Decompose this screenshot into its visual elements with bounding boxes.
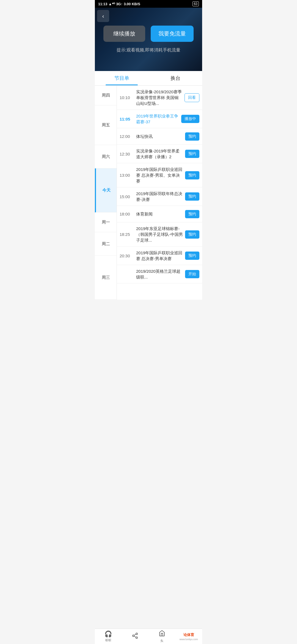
reserve-button[interactable]: 预约 xyxy=(185,230,199,239)
day-column: 周四 周五 周六 今天 周一 周二 周三 xyxy=(95,86,117,300)
program-title: 2019年东亚足球锦标赛-（韩国男子足球队-中国男子足球... xyxy=(134,226,185,243)
tab-schedule[interactable]: 节目单 xyxy=(95,71,148,85)
open-button[interactable]: 开始 xyxy=(185,270,199,278)
program-title: 实况录像-2019年世界柔道大师赛（录播）2 xyxy=(134,148,185,160)
program-title: 2019/2020英格兰足球超级联... xyxy=(134,268,185,280)
time: 11:13 xyxy=(98,2,107,6)
program-time: 15:00 xyxy=(120,194,134,199)
tab-bar: 节目单 换台 xyxy=(95,71,202,86)
program-title: 2019年国际乒联职业巡回赛 总决赛-男双、女单决赛 xyxy=(134,167,185,184)
speed: 3.00 KB/S xyxy=(124,2,140,6)
reserve-button[interactable]: 预约 xyxy=(185,252,199,260)
reserve-button[interactable]: 预约 xyxy=(185,192,199,201)
day-cell-wed: 周三 xyxy=(95,256,117,300)
day-cell-today: 今天 xyxy=(95,168,117,212)
day-cell-fri: 周五 xyxy=(95,105,117,145)
program-row: 10:10 实况录像-2019/2020赛季单板滑雪世界杯 美国铜山站U型场..… xyxy=(117,86,202,110)
reserve-button[interactable]: 预约 xyxy=(185,150,199,158)
program-time: 12:30 xyxy=(120,152,134,156)
day-cell-mon: 周一 xyxy=(95,212,117,232)
program-row: 2019/2020英格兰足球超级联... 开始 xyxy=(117,265,202,283)
signal-icon: ▲⁴ᴳ xyxy=(108,2,115,6)
program-row: 12:30 实况录像-2019年世界柔道大师赛（录播）2 预约 xyxy=(117,145,202,163)
battery: 63 xyxy=(193,1,199,6)
status-left: 11:13 ▲⁴ᴳ 3G↑ 3.00 KB/S xyxy=(98,2,140,6)
status-bar: 11:13 ▲⁴ᴳ 3G↑ 3.00 KB/S 63 xyxy=(95,0,202,8)
program-row: 13:00 2019年国际乒联职业巡回赛 总决赛-男双、女单决赛 预约 xyxy=(117,163,202,187)
live-button[interactable]: 播放中 xyxy=(181,115,199,123)
schedule-container: 周四 周五 周六 今天 周一 周二 周三 10:10 实况录像-2019 xyxy=(95,86,202,300)
day-cell-tue: 周二 xyxy=(95,232,117,256)
reserve-button[interactable]: 预约 xyxy=(185,132,199,141)
program-row: 20:30 2019年国际乒联职业巡回赛 总决赛-男单决赛 预约 xyxy=(117,247,202,265)
network-icon: 3G↑ xyxy=(116,2,123,6)
day-cell-sat: 周六 xyxy=(95,145,117,168)
program-time: 13:00 xyxy=(120,173,134,178)
review-button[interactable]: 回看 xyxy=(185,93,199,102)
program-row-current: 11:05 2019年世界职业拳王争霸赛-37 播放中 xyxy=(117,110,202,128)
video-hint: 提示:观看视频,即将消耗手机流量 xyxy=(117,47,181,53)
program-time: 10:10 xyxy=(120,95,134,100)
program-time-current: 11:05 xyxy=(120,117,134,121)
program-title: 体坛快讯 xyxy=(134,133,185,139)
program-time: 18:00 xyxy=(120,212,134,216)
day-cell-thu: 周四 xyxy=(95,86,117,105)
video-area: ‹ 继续播放 我要免流量 提示:观看视频,即将消耗手机流量 xyxy=(95,8,202,71)
programs-column: 10:10 实况录像-2019/2020赛季单板滑雪世界杯 美国铜山站U型场..… xyxy=(117,86,202,300)
program-time: 12:00 xyxy=(120,134,134,139)
reserve-button[interactable]: 预约 xyxy=(185,171,199,179)
tab-channel[interactable]: 换台 xyxy=(148,71,202,85)
program-row: 15:00 2019年国际羽联年终总决赛-决赛 预约 xyxy=(117,187,202,206)
program-title: 2019年国际乒联职业巡回赛 总决赛-男单决赛 xyxy=(134,250,185,261)
program-title: 实况录像-2019/2020赛季单板滑雪世界杯 美国铜山站U型场... xyxy=(134,89,185,106)
program-time: 20:30 xyxy=(120,253,134,258)
back-button[interactable]: ‹ xyxy=(97,10,109,22)
continue-play-button[interactable]: 继续播放 xyxy=(103,26,145,42)
program-title-current: 2019年世界职业拳王争霸赛-37 xyxy=(134,113,181,125)
program-row: 12:00 体坛快讯 预约 xyxy=(117,128,202,145)
program-title: 2019年国际羽联年终总决赛-决赛 xyxy=(134,191,185,202)
program-row: 18:00 体育新闻 预约 xyxy=(117,206,202,222)
reserve-button[interactable]: 预约 xyxy=(185,210,199,218)
program-time: 18:25 xyxy=(120,232,134,237)
program-row: 18:25 2019年东亚足球锦标赛-（韩国男子足球队-中国男子足球... 预约 xyxy=(117,222,202,247)
video-buttons: 继续播放 我要免流量 xyxy=(103,26,194,42)
free-traffic-button[interactable]: 我要免流量 xyxy=(151,26,194,42)
program-title: 体育新闻 xyxy=(134,211,185,217)
